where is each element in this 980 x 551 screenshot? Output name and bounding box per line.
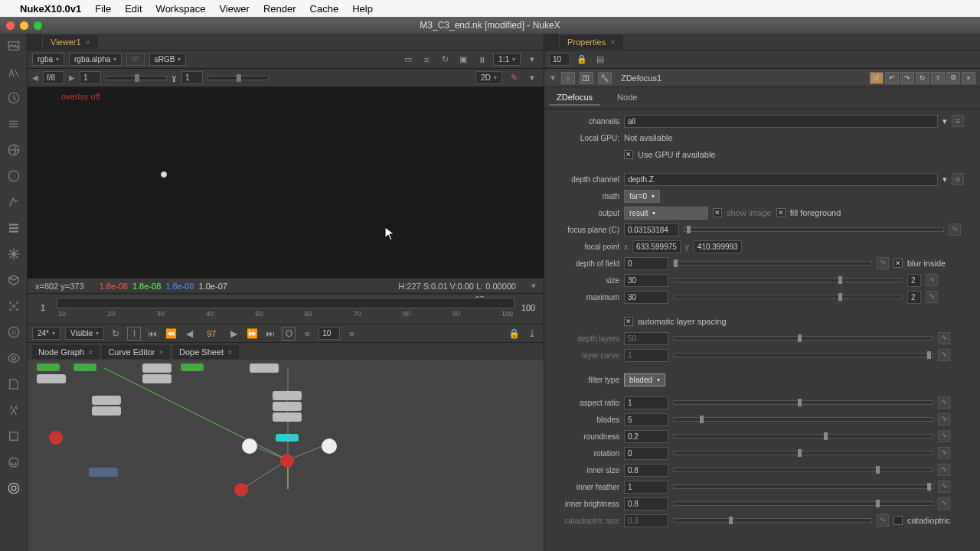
transform-tool-icon[interactable] [6,246,21,262]
close-icon[interactable]: × [86,37,90,47]
layercurve-slider[interactable] [673,353,933,357]
all-plugins-tool-icon[interactable] [6,481,21,496]
viewer-tab[interactable]: Viewer1 × [43,35,98,49]
visibility-select[interactable]: Visible▾ [65,327,104,340]
dof-slider[interactable] [673,261,872,266]
blades-field[interactable]: 5 [624,413,668,426]
float-icon[interactable]: ⧉ [946,72,960,84]
size-field[interactable]: 30 [624,274,668,287]
out-icon[interactable]: O [282,327,296,341]
menu-workspace[interactable]: Workspace [156,3,206,15]
usegpu-checkbox[interactable]: ✕ [624,150,633,159]
zoom-caret-icon[interactable]: ▾ [525,53,539,67]
node[interactable] [142,374,172,383]
focalpt-x-field[interactable]: 633.599975 [632,240,681,253]
export-icon[interactable]: ⤓ [525,327,539,341]
node[interactable] [37,364,60,371]
depth-mask-button[interactable]: ≡ [952,173,964,185]
tab-node[interactable]: Node [609,90,645,106]
collapse-icon[interactable]: ▼ [549,73,557,82]
close-icon[interactable]: × [88,347,93,357]
node[interactable] [273,391,302,400]
roundness-field[interactable]: 0.2 [624,430,668,443]
gain-field[interactable]: 1 [80,71,101,84]
close-icon[interactable]: × [227,347,232,357]
lines-icon[interactable]: ≡ [420,53,433,67]
loop-icon[interactable]: ↻ [109,327,122,341]
menu-cache[interactable]: Cache [310,3,339,15]
pause-icon[interactable]: ⏸ [475,53,488,67]
3d-tool-icon[interactable] [6,272,21,288]
anim-icon[interactable]: ∿ [938,447,950,459]
help-icon[interactable]: ? [931,72,945,84]
jump-fwd-icon[interactable]: » [345,327,358,341]
filtertype-select[interactable]: bladed▾ [624,373,665,386]
node-lock-icon[interactable]: ⚿ [580,72,593,84]
node[interactable] [273,402,302,411]
aspect-slider[interactable] [673,400,933,405]
increment-field[interactable]: 10 [318,327,340,340]
node[interactable] [276,434,299,442]
math-select[interactable]: far=0▾ [624,190,660,203]
refresh-icon[interactable]: ↻ [438,53,452,67]
close-panel-icon[interactable]: × [962,72,975,84]
layer-select[interactable]: rgba.alpha▾ [69,53,122,66]
innerbright-field[interactable]: 0.8 [624,497,668,510]
gain-slider[interactable] [106,76,167,80]
anim-icon[interactable]: ∿ [938,349,950,361]
menu-render[interactable]: Render [263,3,296,15]
anim-icon[interactable]: ∿ [938,332,950,344]
anim-icon[interactable]: ∿ [949,223,961,236]
layercurve-field[interactable]: 1 [624,349,668,362]
roundness-slider[interactable] [673,434,933,439]
rotation-slider[interactable] [673,451,933,455]
anim-icon[interactable]: ∿ [877,257,889,269]
wrench-icon[interactable]: 🔧 [598,72,612,84]
gamma-field[interactable]: 1 [181,71,203,84]
menu-file[interactable]: File [95,3,111,15]
last-frame-icon[interactable]: ⏭ [263,327,277,341]
menu-help[interactable]: Help [352,3,373,15]
node-name[interactable]: ZDefocus1 [621,73,662,83]
autolayer-checkbox[interactable]: ✕ [624,317,633,326]
first-frame-icon[interactable]: ⏮ [145,327,159,341]
clip-icon[interactable]: ▭ [401,53,415,67]
anim-icon[interactable]: ∿ [938,481,950,493]
rotation-field[interactable]: 0 [624,447,668,460]
innerbright-slider[interactable] [673,501,933,506]
node[interactable] [181,364,204,371]
max-slider[interactable] [673,295,903,299]
redo-icon[interactable]: ↷ [900,72,914,84]
keyer-tool-icon[interactable] [6,194,21,210]
wipe-icon[interactable]: ✎ [507,71,521,85]
gamma-slider[interactable] [207,76,269,80]
node[interactable] [92,396,121,405]
status-caret-icon[interactable]: ▾ [531,281,536,291]
catadioptric-checkbox[interactable] [893,516,903,525]
step-back-icon[interactable]: ◀ [182,327,196,341]
properties-tab[interactable]: Properties × [560,35,623,49]
menu-viewer[interactable]: Viewer [219,3,250,15]
node[interactable] [49,431,63,445]
fstop-field[interactable]: f/8 [43,71,64,84]
node[interactable] [250,364,279,373]
anim-icon[interactable]: ∿ [938,464,950,476]
depthlayers-slider[interactable] [673,336,933,341]
anim-icon[interactable]: ∿ [877,514,889,527]
next-icon[interactable]: ▶ [69,73,75,82]
frame-last[interactable]: 100 [518,303,539,312]
anim-icon[interactable]: ∿ [938,413,950,425]
furnace-tool-icon[interactable] [6,455,21,470]
center-icon[interactable]: ○ [561,72,575,84]
particles-tool-icon[interactable] [6,298,21,314]
lock-icon[interactable]: 🔒 [507,327,521,341]
catsize-slider[interactable] [673,518,872,523]
anim-icon[interactable]: ∿ [938,396,950,409]
node[interactable] [92,406,121,416]
deep-tool-icon[interactable]: D [6,324,21,340]
other-tool-icon[interactable] [6,429,21,444]
node[interactable] [322,439,337,454]
viewer-tabbar-gutter[interactable] [28,34,41,50]
step-fwd-icon[interactable]: ⏩ [245,327,259,341]
blades-slider[interactable] [673,417,933,422]
